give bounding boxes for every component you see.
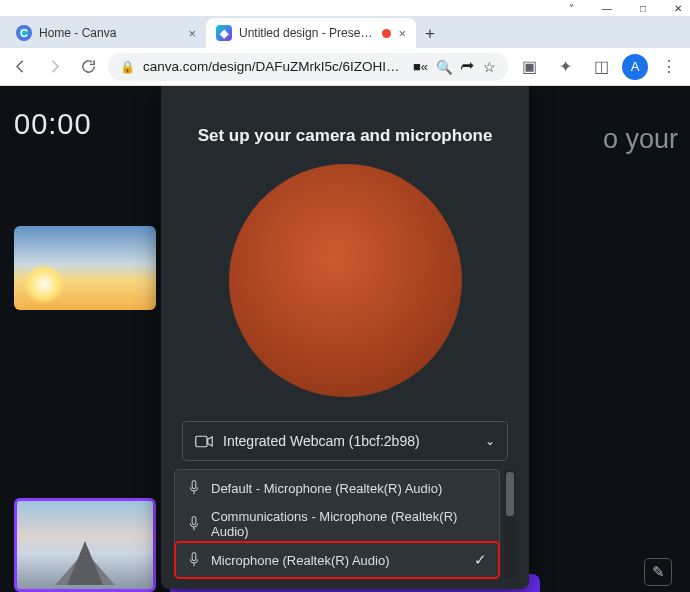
mic-option-realtek[interactable]: Microphone (Realtek(R) Audio) ✓ — [175, 542, 499, 578]
chrome-menu-button[interactable]: ⋮ — [654, 52, 684, 82]
microphone-icon — [187, 516, 201, 532]
window-maximize-button[interactable]: □ — [640, 3, 646, 14]
mic-option-label: Default - Microphone (Realtek(R) Audio) — [211, 481, 442, 496]
tab-title: Untitled design - Presentation — [239, 26, 375, 40]
tab-untitled-design[interactable]: ◈ Untitled design - Presentation × — [206, 18, 416, 48]
reload-button[interactable] — [74, 53, 102, 81]
lock-icon: 🔒 — [120, 60, 135, 74]
zoom-icon[interactable]: 🔍 — [436, 59, 453, 75]
canva-favicon-icon: C — [16, 25, 32, 41]
tab-title: Home - Canva — [39, 26, 181, 40]
camera-selected-label: Integrated Webcam (1bcf:2b98) — [223, 433, 420, 449]
mic-option-label: Communications - Microphone (Realtek(R) … — [211, 509, 487, 539]
reader-mode-icon[interactable]: ▣ — [514, 52, 544, 82]
camera-permission-icon[interactable]: ■« — [413, 59, 428, 74]
slide-thumbnail-1[interactable] — [14, 226, 156, 310]
window-minimize-button[interactable]: — — [602, 3, 612, 14]
side-panel-icon[interactable]: ◫ — [586, 52, 616, 82]
background-page-text: o your — [603, 124, 678, 155]
mic-option-communications[interactable]: Communications - Microphone (Realtek(R) … — [175, 506, 499, 542]
recording-timer: 00:00 — [14, 108, 92, 141]
dropdown-scrollbar[interactable] — [504, 469, 516, 579]
window-close-button[interactable]: ✕ — [674, 3, 682, 14]
checkmark-icon: ✓ — [474, 551, 487, 569]
svg-marker-1 — [208, 437, 213, 446]
chevron-down-icon: ⌄ — [485, 434, 495, 448]
recording-indicator-icon — [382, 29, 391, 38]
tab-home-canva[interactable]: C Home - Canva × — [6, 18, 206, 48]
camera-icon — [195, 434, 213, 449]
bookmark-star-icon[interactable]: ☆ — [483, 59, 496, 75]
back-button[interactable] — [6, 53, 34, 81]
address-bar[interactable]: 🔒 canva.com/design/DAFuZMrkI5c/6IZOHI… ■… — [108, 53, 508, 81]
forward-button[interactable] — [40, 53, 68, 81]
new-tab-button[interactable]: + — [416, 20, 444, 48]
camera-dropdown[interactable]: Integrated Webcam (1bcf:2b98) ⌄ — [182, 421, 508, 461]
canva-favicon-icon: ◈ — [216, 25, 232, 41]
dialog-title: Set up your camera and microphone — [198, 126, 493, 146]
svg-rect-6 — [192, 553, 196, 561]
microphone-icon — [187, 480, 201, 496]
extensions-icon[interactable]: ✦ — [550, 52, 580, 82]
camera-preview-circle — [229, 164, 462, 397]
window-dropdown-icon[interactable]: ˅ — [569, 3, 574, 14]
microphone-dropdown-list: Default - Microphone (Realtek(R) Audio) … — [174, 469, 516, 579]
mic-option-default[interactable]: Default - Microphone (Realtek(R) Audio) — [175, 470, 499, 506]
share-icon[interactable]: ⮫ — [461, 59, 475, 74]
slide-thumbnail-2[interactable] — [14, 498, 156, 592]
camera-mic-setup-dialog: Set up your camera and microphone Integr… — [161, 86, 529, 589]
svg-rect-2 — [192, 481, 196, 489]
canva-app: 00:00 o your ✎ Set up your camera and mi… — [0, 86, 690, 592]
svg-rect-4 — [192, 517, 196, 525]
microphone-icon — [187, 552, 201, 568]
mic-option-label: Microphone (Realtek(R) Audio) — [211, 553, 389, 568]
url-text: canva.com/design/DAFuZMrkI5c/6IZOHI… — [143, 59, 405, 74]
close-tab-icon[interactable]: × — [398, 26, 406, 41]
svg-rect-0 — [196, 436, 207, 447]
close-tab-icon[interactable]: × — [188, 26, 196, 41]
edit-notes-button[interactable]: ✎ — [644, 558, 672, 586]
browser-tab-strip: C Home - Canva × ◈ Untitled design - Pre… — [0, 16, 690, 48]
browser-toolbar: 🔒 canva.com/design/DAFuZMrkI5c/6IZOHI… ■… — [0, 48, 690, 86]
window-title-bar: ˅ — □ ✕ — [0, 0, 690, 16]
profile-avatar[interactable]: A — [622, 54, 648, 80]
